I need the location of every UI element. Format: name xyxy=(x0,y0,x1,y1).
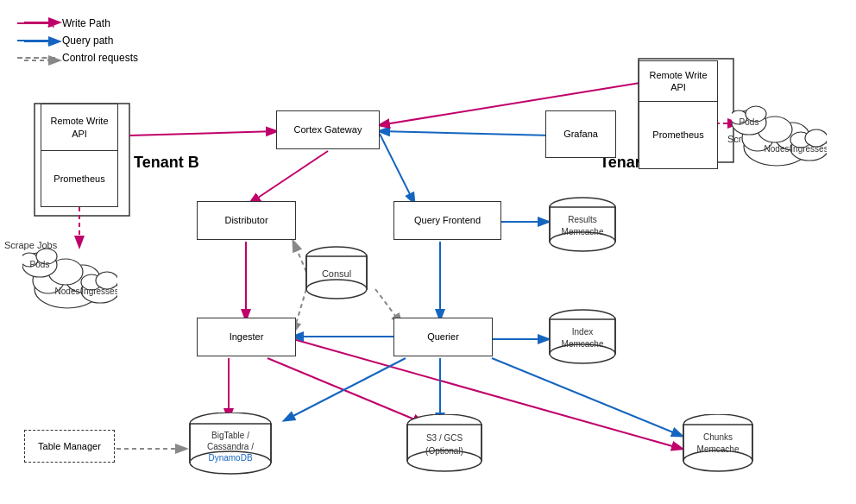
bigtable-cassandra-dynamodb: BigTable / Cassandra / DynamoDB xyxy=(181,413,280,480)
svg-text:Ingresses: Ingresses xyxy=(81,287,117,296)
svg-text:(Optional): (Optional) xyxy=(425,446,463,456)
svg-text:Pods: Pods xyxy=(740,117,759,127)
svg-text:Memcache: Memcache xyxy=(562,339,604,349)
architecture-diagram: → Write Path → Query path → Control requ… xyxy=(0,0,856,504)
remote-write-api-b: Remote Write API xyxy=(41,104,118,151)
distributor: Distributor xyxy=(197,201,296,240)
remote-write-api-a: Remote Write API xyxy=(639,60,718,102)
index-memcache: Index Memcache xyxy=(542,309,624,368)
svg-line-11 xyxy=(380,134,414,203)
svg-text:Consul: Consul xyxy=(322,268,351,279)
svg-line-10 xyxy=(380,131,552,135)
svg-line-5 xyxy=(250,151,328,203)
prometheus-b: Prometheus xyxy=(41,151,118,207)
prometheus-a: Prometheus xyxy=(639,102,718,169)
svg-text:Memcache: Memcache xyxy=(562,227,604,236)
ingester: Ingester xyxy=(197,318,296,356)
table-manager: Table Manager xyxy=(24,430,115,463)
legend: → Write Path → Query path → Control requ… xyxy=(17,17,138,69)
grafana: Grafana xyxy=(545,110,616,158)
results-memcache: Results Memcache xyxy=(542,197,624,255)
svg-line-8 xyxy=(268,358,423,423)
svg-text:Nodes: Nodes xyxy=(55,287,80,296)
svg-line-4 xyxy=(129,131,276,135)
legend-query-path-label: Query path xyxy=(62,35,113,47)
svg-text:DynamoDB: DynamoDB xyxy=(208,453,252,463)
legend-query-path: → Query path xyxy=(17,35,138,47)
svg-line-18 xyxy=(492,358,682,436)
svg-text:Index: Index xyxy=(572,327,593,337)
svg-text:S3 / GCS: S3 / GCS xyxy=(426,433,463,443)
svg-point-31 xyxy=(306,280,367,299)
legend-write-path-label: Write Path xyxy=(62,17,110,29)
svg-text:Pods: Pods xyxy=(30,260,50,269)
svg-text:Cassandra /: Cassandra / xyxy=(207,442,254,451)
svg-text:Results: Results xyxy=(568,215,596,224)
legend-control-label: Control requests xyxy=(62,52,138,64)
cloud-group-b: Nodes Pods Ingresses xyxy=(22,246,117,318)
tenant-b-label: Tenant B xyxy=(134,154,199,172)
svg-text:Nodes: Nodes xyxy=(765,144,790,154)
svg-text:Memcache: Memcache xyxy=(697,444,740,454)
s3-gcs: S3 / GCS (Optional) xyxy=(397,414,492,477)
chunks-memcache: Chunks Memcache xyxy=(675,414,761,477)
querier: Querier xyxy=(393,318,493,356)
legend-control-requests: → Control requests xyxy=(17,52,138,64)
svg-line-16 xyxy=(285,358,406,420)
query-frontend: Query Frontend xyxy=(393,201,501,240)
svg-text:BigTable /: BigTable / xyxy=(211,431,249,440)
cortex-gateway: Cortex Gateway xyxy=(276,110,380,149)
cloud-group-a: Nodes Pods Ingresses xyxy=(732,104,827,175)
svg-text:Ingresses: Ingresses xyxy=(790,144,827,154)
svg-text:Chunks: Chunks xyxy=(703,432,733,442)
legend-write-path: → Write Path xyxy=(17,17,138,29)
consul: Consul xyxy=(300,246,374,305)
